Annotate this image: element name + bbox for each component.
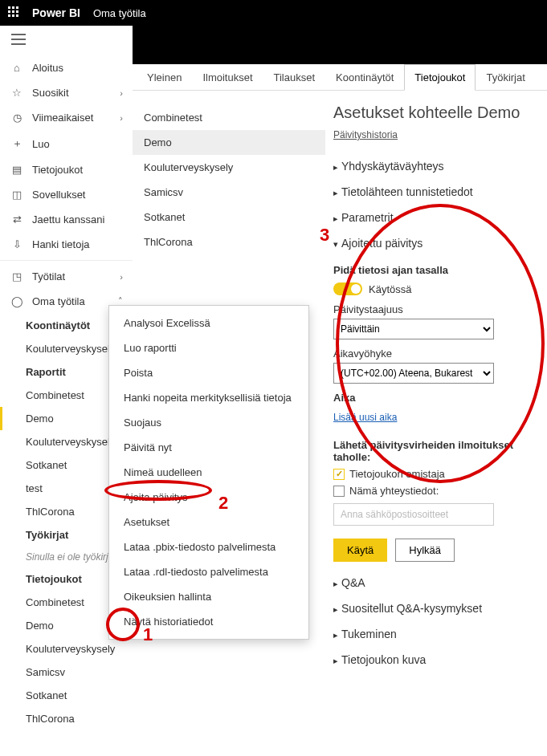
nav-apps[interactable]: ◫Sovellukset [0, 182, 133, 207]
toggle-state-label: Käytössä [369, 283, 411, 295]
email-input[interactable]: Anna sähköpostiosoitteet [333, 503, 494, 526]
nav-workspaces[interactable]: ◳Työtilat› [0, 264, 133, 289]
dataset-list-item[interactable]: Sotkanet [133, 205, 325, 230]
dataset-list-item[interactable]: Demo [133, 130, 325, 155]
dataset-context-menu: Analysoi Excelissä Luo raportti Poista H… [108, 305, 309, 640]
section-parameters[interactable]: Parametrit [333, 205, 539, 230]
tree-dataset-item[interactable]: ThlCorona [19, 707, 133, 730]
menu-schedule-refresh[interactable]: Ajoita päivitys [109, 485, 308, 510]
section-qa[interactable]: Q&A [333, 570, 539, 595]
chevron-right-icon: › [120, 113, 123, 123]
plus-icon: ＋ [10, 136, 24, 151]
star-icon: ☆ [10, 87, 24, 99]
app-launcher-icon[interactable] [8, 6, 21, 19]
home-icon: ⌂ [10, 62, 24, 74]
brand-label: Power BI [32, 6, 80, 19]
clock-icon: ◷ [10, 112, 24, 124]
frequency-select[interactable]: Päivittäin [333, 319, 494, 339]
menu-rename[interactable]: Nimeä uudelleen [109, 460, 308, 485]
dataset-list-item[interactable]: Combinetest [133, 105, 325, 130]
chevron-right-icon: › [120, 88, 123, 98]
menu-download-rdl[interactable]: Lataa .rdl-tiedosto palvelimesta [109, 559, 308, 584]
dataset-list-item[interactable]: ThlCorona [133, 230, 325, 254]
section-gateway[interactable]: Yhdyskäytäväyhteys [333, 153, 539, 179]
shared-icon: ⇄ [10, 213, 24, 226]
add-time-link[interactable]: Lisää uusi aika [333, 412, 397, 423]
workspace-icon: ◳ [10, 270, 24, 282]
dataset-list-item[interactable]: Samicsv [133, 180, 325, 205]
tab-alerts[interactable]: Ilmoitukset [192, 64, 263, 91]
getdata-icon: ⇩ [10, 238, 24, 250]
dataset-list-item[interactable]: Kouluterveyskysely [133, 155, 325, 180]
nav-shared[interactable]: ⇄Jaettu kanssani [0, 207, 133, 232]
tab-dashboards[interactable]: Koontinäytöt [325, 64, 404, 91]
menu-delete[interactable]: Poista [109, 360, 308, 385]
section-scheduled-refresh[interactable]: Ajoitettu päivitys [333, 230, 539, 256]
nav-recent[interactable]: ◷Viimeaikaiset› [0, 105, 133, 130]
tree-dataset-item[interactable]: Samicsv [19, 660, 133, 684]
timezone-label: Aikavyöhyke [333, 348, 539, 360]
tab-subscriptions[interactable]: Tilaukset [263, 64, 326, 91]
refresh-history-link[interactable]: Päivityshistoria [333, 129, 398, 140]
hamburger-icon[interactable] [0, 26, 133, 55]
chevron-right-icon: › [120, 272, 123, 282]
timezone-select[interactable]: (UTC+02.00) Ateena, Bukarest [333, 363, 494, 384]
menu-manage-permissions[interactable]: Oikeuksien hallinta [109, 584, 308, 609]
nav-favorites[interactable]: ☆Suosikit› [0, 80, 133, 105]
nav-home[interactable]: ⌂Aloitus [0, 55, 133, 80]
settings-title: Asetukset kohteelle Demo [333, 104, 539, 122]
apps-icon: ◫ [10, 189, 24, 201]
section-featured-qa[interactable]: Suositellut Q&A-kysymykset [333, 595, 539, 621]
section-dataset-image[interactable]: Tietojoukon kuva [333, 647, 539, 673]
menu-download-pbix[interactable]: Lataa .pbix-tiedosto palvelimesta [109, 534, 308, 559]
nav-getdata[interactable]: ⇩Hanki tietoja [0, 232, 133, 257]
nav-create[interactable]: ＋Luo [0, 130, 133, 157]
nav-datasets[interactable]: ▤Tietojoukot [0, 157, 133, 182]
menu-security[interactable]: Suojaus [109, 410, 308, 435]
section-endorsement[interactable]: Tukeminen [333, 621, 539, 647]
dataset-icon: ▤ [10, 164, 24, 176]
refresh-toggle[interactable] [333, 282, 362, 295]
tab-general[interactable]: Yleinen [137, 64, 192, 91]
time-label: Aika [333, 392, 539, 404]
menu-quick-insights[interactable]: Hanki nopeita merkityksellisiä tietoja [109, 385, 308, 410]
menu-view-lineage[interactable]: Näytä historiatiedot [109, 609, 308, 634]
menu-create-report[interactable]: Luo raportti [109, 335, 308, 360]
menu-refresh-now[interactable]: Päivitä nyt [109, 435, 308, 460]
tab-workbooks[interactable]: Työkirjat [476, 64, 535, 91]
menu-settings[interactable]: Asetukset [109, 510, 308, 534]
menu-analyze-excel[interactable]: Analysoi Excelissä [109, 311, 308, 335]
settings-tabs: Yleinen Ilmoitukset Tilaukset Koontinäyt… [133, 64, 547, 91]
tab-datasets[interactable]: Tietojoukot [404, 64, 476, 91]
tree-dataset-item[interactable]: Sotkanet [19, 684, 133, 707]
frequency-label: Päivitystaajuus [333, 303, 539, 315]
notify-label: Lähetä päivitysvirheiden ilmoitukset tah… [333, 439, 539, 463]
keep-data-label: Pidä tietosi ajan tasalla [333, 264, 539, 276]
dataset-settings-panel: Asetukset kohteelle Demo Päivityshistori… [325, 91, 547, 756]
apply-button[interactable]: Käytä [333, 539, 387, 562]
workspace-label[interactable]: Oma työtila [93, 7, 146, 19]
user-icon: ◯ [10, 295, 24, 307]
section-credentials[interactable]: Tietolähteen tunnistetiedot [333, 179, 539, 205]
tree-dataset-item[interactable]: Kouluterveyskysely [19, 637, 133, 660]
notify-owner-checkbox[interactable] [333, 469, 345, 480]
discard-button[interactable]: Hylkää [395, 539, 455, 562]
notify-emails-checkbox[interactable] [333, 486, 345, 497]
